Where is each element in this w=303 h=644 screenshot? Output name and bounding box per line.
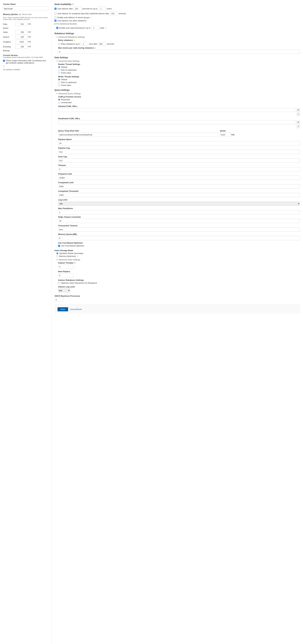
retry-rebalance-checkbox[interactable] bbox=[58, 43, 60, 45]
auto-failover-events-input[interactable] bbox=[98, 7, 106, 10]
advanced-query-label: Advanced Query Settings bbox=[58, 92, 81, 95]
indexer-log-select[interactable]: Trace Debug Info Warn Error Fatal Silent bbox=[58, 288, 70, 292]
memory-optimized-info-icon: ⓘ bbox=[77, 255, 78, 257]
prepared-limit-input[interactable] bbox=[58, 176, 300, 180]
curl-access-field: CURL() Function Access Restricted Unrest… bbox=[58, 96, 300, 104]
quota-input-index[interactable] bbox=[15, 30, 27, 34]
cost-based-optimizer-checkbox[interactable] bbox=[58, 245, 60, 247]
allowed-curl-add-btn[interactable]: + bbox=[297, 112, 300, 116]
advanced-rebalance-collapse[interactable]: ▼ Advanced Rebalance Settings bbox=[56, 36, 300, 38]
xdcr-max-input[interactable] bbox=[55, 298, 64, 302]
memory-quota-mb-input[interactable] bbox=[58, 236, 300, 240]
reader-disk-radio[interactable] bbox=[58, 69, 60, 71]
auto-failover-sustained-unit: seconds bbox=[119, 12, 126, 15]
advanced-data-collapse[interactable]: ▼ Advanced Data Settings bbox=[56, 60, 300, 62]
quota-unit-label: MiB bbox=[231, 134, 234, 136]
restricted-radio[interactable] bbox=[58, 99, 60, 100]
max-moves-input[interactable] bbox=[58, 50, 300, 54]
share-usage-checkbox[interactable] bbox=[3, 60, 5, 62]
writer-fixed-radio[interactable] bbox=[58, 84, 60, 86]
cluster-name-label: Cluster Name bbox=[3, 3, 48, 5]
quota-input-search[interactable] bbox=[15, 35, 27, 39]
disallowed-curl-input[interactable] bbox=[58, 120, 296, 124]
ephemeral-collapse[interactable]: ▶ For Ephemeral Buckets bbox=[55, 23, 300, 25]
auto-failover-after-input[interactable] bbox=[74, 7, 81, 10]
max-parallelism-input[interactable] bbox=[58, 210, 300, 214]
auto-failover-sustained-checkbox[interactable] bbox=[55, 12, 57, 14]
data-settings-section: Data Settings ▼ Advanced Data Settings R… bbox=[55, 56, 300, 86]
advanced-rebalance-label: Advanced Rebalance Settings bbox=[58, 36, 85, 38]
reader-default-label: Default bbox=[61, 66, 67, 68]
cost-based-optimizer-field: Use Cost-Based Optimizer Use Cost-Based … bbox=[58, 242, 300, 247]
max-parallelism-label: Max Parallelism bbox=[58, 207, 300, 210]
curl-access-label: CURL() Function Access bbox=[58, 96, 300, 98]
can-abort-checkbox[interactable] bbox=[55, 20, 57, 22]
enable-server-groups-checkbox[interactable] bbox=[55, 16, 57, 18]
disallowed-curl-clear-btn[interactable]: ✕ bbox=[297, 120, 300, 124]
quota-label-index: Index bbox=[3, 31, 15, 33]
auto-reprovisioning-info-icon: ⓘ bbox=[105, 27, 107, 29]
optimize-placement-label: Optimize Index Placement On Rebalance bbox=[61, 282, 97, 284]
disallowed-curl-add-btn[interactable]: + bbox=[297, 125, 300, 128]
memory-optimized-radio[interactable] bbox=[56, 255, 58, 257]
pipeline-batch-label: Pipeline Batch bbox=[58, 138, 300, 140]
num-replica-input[interactable] bbox=[58, 273, 73, 278]
reader-thread-field: Reader Thread Settings Default Disk i/o … bbox=[58, 63, 300, 74]
quota-label-backup: Backup bbox=[3, 50, 15, 52]
allowed-curl-clear-btn[interactable]: ✕ bbox=[297, 108, 300, 112]
query-temp-disk-input[interactable] bbox=[58, 132, 218, 137]
standard-global-radio[interactable] bbox=[56, 252, 58, 254]
auto-reprovisioning-checkbox[interactable] bbox=[56, 27, 58, 29]
restricted-row: Restricted bbox=[58, 98, 300, 101]
timeout-input[interactable] bbox=[58, 167, 300, 171]
auto-failover-sustained-input[interactable] bbox=[110, 12, 118, 16]
auto-reprovisioning-input[interactable] bbox=[91, 26, 99, 30]
writer-fixed-row: Fixed value bbox=[58, 84, 300, 86]
writer-disk-radio[interactable] bbox=[58, 82, 60, 83]
allowed-curl-label: Allowed CURL URLs bbox=[58, 105, 300, 108]
completed-limit-label: Completed Limit bbox=[58, 182, 300, 184]
unrestricted-radio[interactable] bbox=[58, 102, 60, 104]
reader-fixed-radio[interactable] bbox=[58, 72, 60, 74]
advanced-index-collapse[interactable]: ▼ Advanced Index Settings bbox=[56, 258, 300, 261]
completed-limit-input[interactable] bbox=[58, 184, 300, 188]
cost-based-optimizer-check-label: Use Cost-Based Optimizer bbox=[61, 244, 84, 247]
standard-global-row: Standard Global Secondary bbox=[56, 252, 300, 254]
cancel-reset-button[interactable]: Cancel/Reset bbox=[70, 308, 82, 310]
log-level-select[interactable]: trace debug info warn error fatal none bbox=[58, 202, 300, 206]
indexer-threads-info-icon: ⓘ bbox=[74, 262, 76, 264]
quota-input-data[interactable] bbox=[15, 22, 27, 26]
quota-input-eventing[interactable] bbox=[15, 45, 27, 48]
completed-threshold-input[interactable] bbox=[58, 193, 300, 197]
auto-failover-checkbox[interactable] bbox=[55, 8, 57, 10]
scan-cap-input[interactable] bbox=[58, 158, 300, 163]
timeout-label: Timeout bbox=[58, 164, 300, 166]
save-button[interactable]: Save bbox=[58, 307, 68, 311]
quota-row-search: Search MiB bbox=[3, 35, 48, 39]
n1ql-feature-field: N1QL Feature Controller bbox=[58, 216, 300, 223]
retry-rebalance-label: Retry rebalance ⚠ bbox=[58, 39, 300, 41]
ephemeral-arrow: ▶ bbox=[55, 23, 56, 25]
cluster-name-input[interactable] bbox=[3, 6, 48, 11]
prepared-limit-field: Prepared Limit bbox=[58, 173, 300, 180]
retry-rebalance-times-input[interactable] bbox=[81, 42, 88, 46]
pipeline-cap-input[interactable] bbox=[58, 150, 300, 154]
n1ql-feature-input[interactable] bbox=[58, 219, 300, 223]
node-availability-info-icon: ⓘ bbox=[72, 3, 74, 6]
writer-default-radio[interactable] bbox=[58, 78, 60, 80]
reader-default-radio[interactable] bbox=[58, 66, 60, 68]
indexer-log-level-label: Indexer Log Level bbox=[58, 286, 300, 288]
retry-rebalance-seconds-input[interactable] bbox=[98, 42, 106, 46]
advanced-query-collapse[interactable]: ▼ Advanced Query Settings bbox=[56, 92, 300, 95]
pipeline-batch-input[interactable] bbox=[58, 141, 300, 146]
pipeline-cap-field: Pipeline Cap bbox=[58, 147, 300, 154]
quota-value-input[interactable] bbox=[220, 132, 230, 137]
indexer-threads-input[interactable] bbox=[58, 264, 73, 269]
quota-input-analytics[interactable] bbox=[15, 40, 27, 44]
current-version-label: Current Version bbox=[3, 54, 48, 56]
advanced-data-label: Advanced Data Settings bbox=[58, 60, 80, 62]
transaction-timeout-input[interactable] bbox=[58, 227, 300, 232]
allowed-curl-input[interactable] bbox=[58, 108, 296, 112]
optimize-placement-checkbox[interactable] bbox=[58, 282, 60, 284]
max-moves-warning-icon: ⚠ bbox=[95, 47, 96, 49]
